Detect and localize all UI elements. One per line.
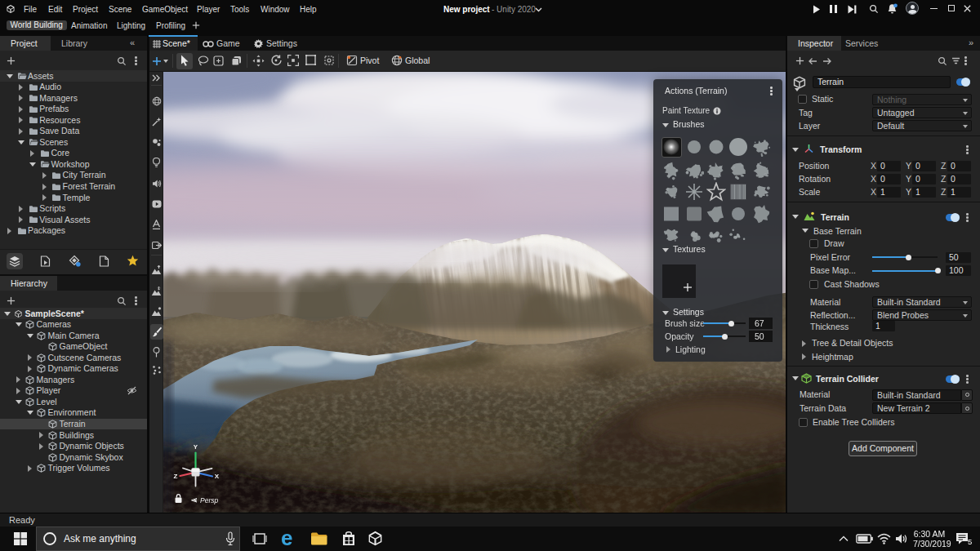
- svg-text:Y: Y: [194, 443, 198, 451]
- svg-text:X: X: [215, 473, 220, 480]
- svg-text:Z: Z: [174, 473, 178, 480]
- svg-text:Persp: Persp: [200, 496, 218, 504]
